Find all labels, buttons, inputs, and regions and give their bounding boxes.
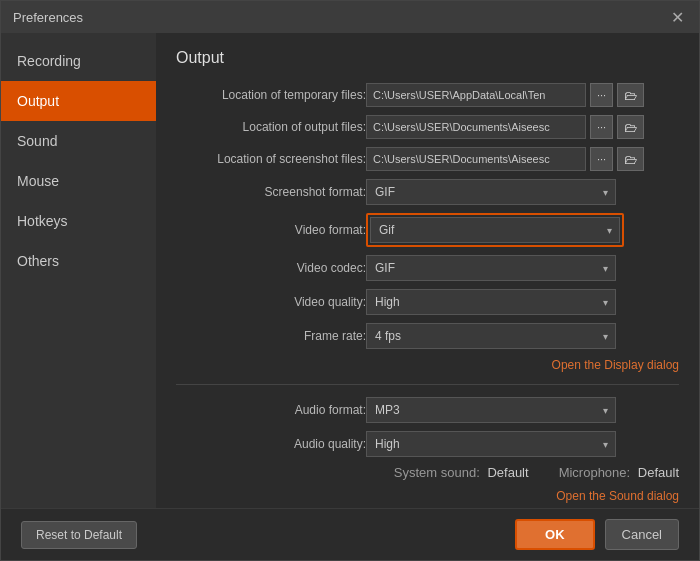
output-files-input[interactable] [366,115,586,139]
system-sound-status-label: System sound: [394,465,480,480]
screenshot-files-label: Location of screenshot files: [176,152,366,166]
video-format-highlight: Gif MP4 AVI MOV ▾ [366,213,624,247]
video-format-wrapper: Gif MP4 AVI MOV ▾ [370,217,620,243]
open-sound-dialog-link[interactable]: Open the Sound dialog [556,489,679,503]
audio-format-label: Audio format: [176,403,366,417]
folder-icon-2: 🗁 [624,120,637,135]
bottom-bar: Reset to Default OK Cancel [1,508,699,560]
temp-files-row: Location of temporary files: ··· 🗁 [176,83,679,107]
action-buttons-group: OK Cancel [515,519,679,550]
frame-rate-row: Frame rate: 4 fps 8 fps 15 fps 30 fps ▾ [176,323,679,349]
frame-rate-wrapper: 4 fps 8 fps 15 fps 30 fps ▾ [366,323,616,349]
folder-icon-3: 🗁 [624,152,637,167]
window-title: Preferences [13,10,83,25]
audio-format-row: Audio format: MP3 AAC WAV ▾ [176,397,679,423]
folder-icon: 🗁 [624,88,637,103]
video-quality-wrapper: High Medium Low ▾ [366,289,616,315]
cancel-button[interactable]: Cancel [605,519,679,550]
system-sound-status-value: Default [487,465,528,480]
sidebar-item-output[interactable]: Output [1,81,156,121]
main-panel: Output Location of temporary files: ··· … [156,33,699,508]
frame-rate-select[interactable]: 4 fps 8 fps 15 fps 30 fps [366,323,616,349]
video-format-label: Video format: [176,223,366,237]
sidebar-item-recording[interactable]: Recording [1,41,156,81]
close-button[interactable]: ✕ [667,7,687,27]
microphone-status-value: Default [638,465,679,480]
screenshot-files-dots-button[interactable]: ··· [590,147,613,171]
screenshot-format-label: Screenshot format: [176,185,366,199]
temp-files-label: Location of temporary files: [176,88,366,102]
output-files-folder-button[interactable]: 🗁 [617,115,644,139]
title-bar: Preferences ✕ [1,1,699,33]
frame-rate-label: Frame rate: [176,329,366,343]
sound-dialog-row: Open the Sound dialog [176,488,679,503]
system-sound-status: System sound: Default [394,465,529,480]
microphone-status-label: Microphone: [559,465,631,480]
output-files-dots-button[interactable]: ··· [590,115,613,139]
audio-quality-label: Audio quality: [176,437,366,451]
sidebar-item-sound[interactable]: Sound [1,121,156,161]
video-quality-select[interactable]: High Medium Low [366,289,616,315]
sidebar: Recording Output Sound Mouse Hotkeys Oth… [1,33,156,508]
screenshot-files-folder-button[interactable]: 🗁 [617,147,644,171]
open-display-dialog-link[interactable]: Open the Display dialog [552,358,679,372]
temp-files-dots-button[interactable]: ··· [590,83,613,107]
video-codec-select[interactable]: GIF [366,255,616,281]
screenshot-files-input-group: ··· 🗁 [366,147,644,171]
sound-status-row: System sound: Default Microphone: Defaul… [176,465,679,480]
screenshot-files-row: Location of screenshot files: ··· 🗁 [176,147,679,171]
output-files-input-group: ··· 🗁 [366,115,644,139]
output-section-title: Output [176,49,679,67]
temp-files-folder-button[interactable]: 🗁 [617,83,644,107]
temp-files-input-group: ··· 🗁 [366,83,644,107]
video-format-row: Video format: Gif MP4 AVI MOV ▾ [176,213,679,247]
video-quality-label: Video quality: [176,295,366,309]
output-files-row: Location of output files: ··· 🗁 [176,115,679,139]
video-codec-label: Video codec: [176,261,366,275]
display-dialog-row: Open the Display dialog [176,357,679,372]
ok-button[interactable]: OK [515,519,595,550]
audio-quality-wrapper: High Medium Low ▾ [366,431,616,457]
sidebar-item-hotkeys[interactable]: Hotkeys [1,201,156,241]
audio-quality-row: Audio quality: High Medium Low ▾ [176,431,679,457]
screenshot-format-wrapper: GIF ▾ [366,179,616,205]
audio-quality-select[interactable]: High Medium Low [366,431,616,457]
screenshot-format-select[interactable]: GIF [366,179,616,205]
video-format-select[interactable]: Gif MP4 AVI MOV [370,217,620,243]
sidebar-item-others[interactable]: Others [1,241,156,281]
reset-to-default-button[interactable]: Reset to Default [21,521,137,549]
audio-format-select[interactable]: MP3 AAC WAV [366,397,616,423]
content-area: Recording Output Sound Mouse Hotkeys Oth… [1,33,699,508]
audio-format-wrapper: MP3 AAC WAV ▾ [366,397,616,423]
video-quality-row: Video quality: High Medium Low ▾ [176,289,679,315]
screenshot-files-input[interactable] [366,147,586,171]
preferences-window: Preferences ✕ Recording Output Sound Mou… [0,0,700,561]
video-codec-wrapper: GIF ▾ [366,255,616,281]
sidebar-item-mouse[interactable]: Mouse [1,161,156,201]
screenshot-format-row: Screenshot format: GIF ▾ [176,179,679,205]
microphone-status: Microphone: Default [559,465,679,480]
output-files-label: Location of output files: [176,120,366,134]
video-codec-row: Video codec: GIF ▾ [176,255,679,281]
audio-section: Audio format: MP3 AAC WAV ▾ Audio qualit… [176,384,679,503]
temp-files-input[interactable] [366,83,586,107]
